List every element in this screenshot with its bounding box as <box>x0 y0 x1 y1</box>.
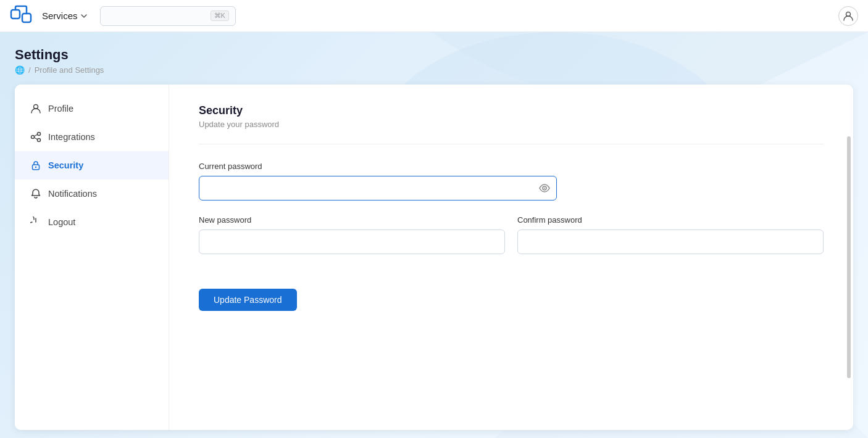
confirm-password-group: Confirm password <box>517 215 824 254</box>
svg-rect-0 <box>11 10 20 19</box>
password-row: New password Confirm password <box>199 215 824 269</box>
integrations-icon <box>30 131 42 143</box>
eye-icon[interactable] <box>538 182 551 194</box>
current-password-group: Current password <box>199 162 824 200</box>
sidebar-logout-label: Logout <box>48 217 75 227</box>
svg-point-8 <box>38 139 41 142</box>
search-input[interactable] <box>107 11 211 20</box>
sidebar-item-notifications[interactable]: Notifications <box>15 180 169 208</box>
sidebar-item-logout[interactable]: Logout <box>15 208 169 236</box>
person-icon <box>843 10 854 22</box>
confirm-password-wrapper <box>517 229 824 254</box>
section-subtitle: Update your password <box>199 120 824 129</box>
update-password-button[interactable]: Update Password <box>199 289 297 311</box>
services-button[interactable]: Services <box>37 8 93 23</box>
svg-rect-1 <box>22 14 31 22</box>
logo[interactable] <box>10 5 32 27</box>
breadcrumb: 🌐 / Profile and Settings <box>15 65 853 75</box>
svg-point-12 <box>35 167 36 168</box>
user-avatar[interactable] <box>838 6 858 26</box>
lock-icon <box>30 159 42 171</box>
page-content: Settings 🌐 / Profile and Settings Profil… <box>0 32 868 430</box>
page-title: Settings <box>15 47 853 63</box>
new-password-group: New password <box>199 215 505 254</box>
search-box[interactable]: ⌘K <box>100 6 236 26</box>
breadcrumb-home-icon[interactable]: 🌐 <box>15 65 25 75</box>
chevron-down-icon <box>80 12 88 20</box>
form-actions: Update Password <box>199 289 824 311</box>
settings-main: Security Update your password Current pa… <box>169 85 853 430</box>
settings-sidebar: Profile Integrations <box>15 85 169 430</box>
svg-line-10 <box>35 138 38 139</box>
breadcrumb-current: Profile and Settings <box>35 65 104 75</box>
confirm-password-label: Confirm password <box>517 215 824 225</box>
sidebar-notifications-label: Notifications <box>48 189 97 199</box>
services-label: Services <box>42 10 78 21</box>
person-icon <box>30 102 42 115</box>
breadcrumb-separator: / <box>28 65 31 75</box>
sidebar-item-security[interactable]: Security <box>15 151 169 180</box>
sidebar-item-integrations[interactable]: Integrations <box>15 123 169 151</box>
section-title: Security <box>199 104 824 117</box>
scrollbar-thumb[interactable] <box>847 136 851 378</box>
power-icon <box>30 216 42 228</box>
new-password-input[interactable] <box>199 229 505 254</box>
svg-point-7 <box>38 133 41 136</box>
current-password-input[interactable] <box>199 176 557 200</box>
sidebar-integrations-label: Integrations <box>48 132 95 142</box>
svg-point-14 <box>544 188 545 189</box>
new-password-wrapper <box>199 229 505 254</box>
section-divider <box>199 144 824 144</box>
sidebar-item-profile[interactable]: Profile <box>15 94 169 123</box>
settings-layout: Profile Integrations <box>15 85 853 430</box>
confirm-password-input[interactable] <box>517 229 824 254</box>
svg-point-6 <box>31 136 35 139</box>
current-password-wrapper <box>199 176 557 200</box>
new-password-label: New password <box>199 215 505 225</box>
sidebar-security-label: Security <box>48 160 83 170</box>
bell-icon <box>30 188 42 200</box>
current-password-label: Current password <box>199 162 824 171</box>
sidebar-profile-label: Profile <box>48 104 73 114</box>
search-kbd: ⌘K <box>211 10 229 21</box>
top-navigation: Services ⌘K <box>0 0 868 32</box>
svg-line-9 <box>35 134 38 136</box>
